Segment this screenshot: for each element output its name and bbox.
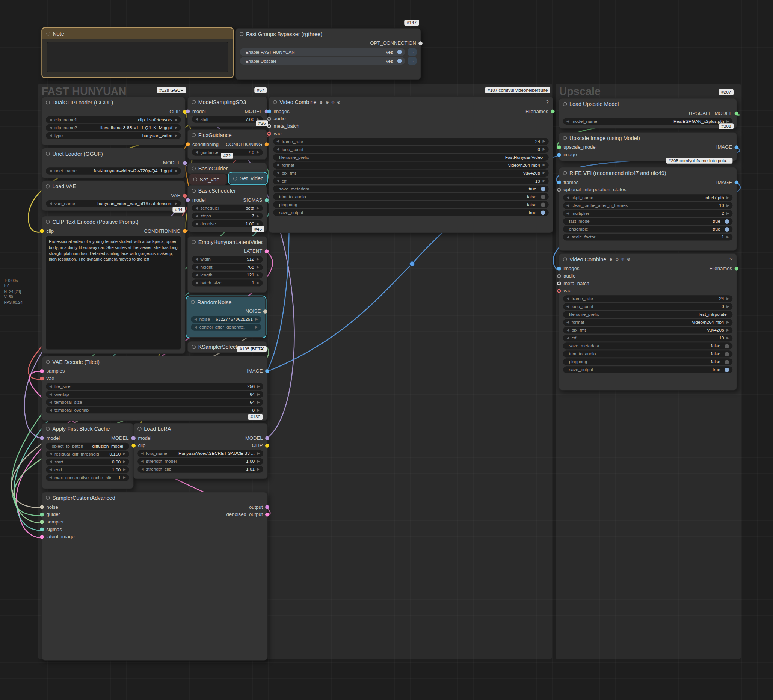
node-video-combine-fast[interactable]: Video Combine☻⊕Φ⊛?imagesFilenamesaudiome… xyxy=(268,96,553,233)
increment-arrow[interactable]: ▶ xyxy=(727,204,729,208)
output-slot-LATENT[interactable] xyxy=(265,249,269,253)
increment-arrow[interactable]: ▶ xyxy=(727,304,729,309)
input-slot-image[interactable] xyxy=(557,153,561,156)
node-clip-text-encode-positive[interactable]: CLIP Text Encode (Positive Prompt)clipCO… xyxy=(41,216,185,354)
input-slot-model[interactable] xyxy=(132,436,136,440)
widget-pix_fmt[interactable]: ◀pix_fmtyuv420p▶ xyxy=(563,327,733,334)
toggle-save_metadata[interactable]: save_metadatafalse xyxy=(563,342,733,349)
decrement-arrow[interactable]: ◀ xyxy=(49,118,52,122)
input-slot-images[interactable] xyxy=(267,109,271,113)
output-slot-CLIP[interactable] xyxy=(265,444,269,448)
widget-start[interactable]: ◀start0.00▶ xyxy=(46,458,129,465)
node-set-video[interactable]: Set_video xyxy=(229,173,267,184)
decrement-arrow[interactable]: ◀ xyxy=(566,320,569,324)
input-slot-optional_interpolation_states[interactable] xyxy=(557,187,561,192)
collapse-dot-icon[interactable] xyxy=(192,100,196,104)
input-slot-upscale_model[interactable] xyxy=(557,145,561,150)
input-slot-audio[interactable] xyxy=(557,274,561,278)
toggle-knob[interactable] xyxy=(725,359,729,364)
output-slot-OPT_CONNECTION[interactable] xyxy=(418,41,423,46)
collapse-dot-icon[interactable] xyxy=(563,257,567,261)
toggle-save_output[interactable]: save_outputtrue xyxy=(563,366,733,373)
increment-arrow[interactable]: ▶ xyxy=(543,171,545,175)
increment-arrow[interactable]: ▶ xyxy=(257,206,259,210)
mute-icon[interactable]: ⊛ xyxy=(627,257,630,261)
node-header[interactable]: ModelSamplingSD3 xyxy=(188,97,267,107)
increment-arrow[interactable]: ▶ xyxy=(257,150,259,154)
decrement-arrow[interactable]: ◀ xyxy=(276,171,279,175)
decrement-arrow[interactable]: ◀ xyxy=(195,117,198,121)
output-slot-IMAGE[interactable] xyxy=(735,145,739,150)
sync-icon[interactable]: ⊕ xyxy=(616,257,619,261)
increment-arrow[interactable]: ▶ xyxy=(123,476,126,480)
node-set-vae[interactable]: Set_vae xyxy=(189,174,227,186)
decrement-arrow[interactable]: ◀ xyxy=(566,304,569,309)
input-slot-vae[interactable] xyxy=(267,131,271,136)
widget-crf[interactable]: ◀crf19▶ xyxy=(563,335,733,341)
decrement-arrow[interactable]: ◀ xyxy=(49,134,52,138)
widget-unet_name[interactable]: ◀unet_namefast-hunyuan-video-t2v-720p-Q4… xyxy=(46,168,181,174)
widget-height[interactable]: ◀height768▶ xyxy=(192,264,263,270)
increment-arrow[interactable]: ▶ xyxy=(543,179,545,183)
widget-tile_size[interactable]: ◀tile_size256▶ xyxy=(46,383,263,390)
collapse-dot-icon[interactable] xyxy=(138,427,141,431)
increment-arrow[interactable]: ▶ xyxy=(175,134,177,138)
widget-overlap[interactable]: ◀overlap64▶ xyxy=(46,391,263,398)
output-slot-Filenames[interactable] xyxy=(551,109,555,113)
pause-icon[interactable]: Φ xyxy=(621,257,624,261)
increment-arrow[interactable]: ▶ xyxy=(257,265,259,269)
decrement-arrow[interactable]: ◀ xyxy=(566,297,569,301)
node-header[interactable]: SamplerCustomAdvanced xyxy=(42,492,267,503)
widget-clear_cache_after_n_frames[interactable]: ◀clear_cache_after_n_frames10▶ xyxy=(563,202,733,209)
node-header[interactable]: VAE Decode (Tiled) xyxy=(42,357,267,367)
increment-arrow[interactable]: ▶ xyxy=(257,273,259,277)
decrement-arrow[interactable]: ◀ xyxy=(195,150,198,154)
increment-arrow[interactable]: ▶ xyxy=(257,451,260,455)
increment-arrow[interactable]: ▶ xyxy=(727,120,729,123)
output-slot-VAE[interactable] xyxy=(183,194,187,197)
input-slot-meta_batch[interactable] xyxy=(557,281,561,286)
input-slot-audio[interactable] xyxy=(267,117,271,120)
widget-format[interactable]: ◀formatvideo/h264-mp4▶ xyxy=(563,319,733,325)
decrement-arrow[interactable]: ◀ xyxy=(141,459,143,463)
node-header[interactable]: BasicScheduler xyxy=(188,186,267,196)
input-slot-model[interactable] xyxy=(186,109,190,113)
input-slot-clip[interactable] xyxy=(40,229,44,233)
preview-icon[interactable]: ☻ xyxy=(609,257,613,261)
node-samplercustomadvanced[interactable]: SamplerCustomAdvancednoiseoutputguiderde… xyxy=(41,492,267,661)
widget-max_consecutive_cache_hits[interactable]: ◀max_consecutive_cache_hits-1▶ xyxy=(46,474,129,481)
decrement-arrow[interactable]: ◀ xyxy=(49,400,52,404)
increment-arrow[interactable]: ▶ xyxy=(727,336,729,340)
decrement-arrow[interactable]: ◀ xyxy=(195,273,198,277)
output-slot-SIGMAS[interactable] xyxy=(265,198,269,202)
collapse-dot-icon[interactable] xyxy=(46,31,50,36)
fast-mute-arrow-button[interactable]: → xyxy=(408,48,416,56)
input-slot-sampler[interactable] xyxy=(40,520,44,524)
decrement-arrow[interactable]: ◀ xyxy=(195,265,198,269)
node-basicscheduler[interactable]: BasicSchedulermodelSIGMAS◀schedulerbeta▶… xyxy=(187,185,267,232)
decrement-arrow[interactable]: ◀ xyxy=(141,451,143,455)
widget-multiplier[interactable]: ◀multiplier2▶ xyxy=(563,210,733,217)
help-icon[interactable]: ? xyxy=(546,99,549,105)
input-slot-conditioning[interactable] xyxy=(186,142,190,146)
collapse-dot-icon[interactable] xyxy=(46,184,50,189)
help-icon[interactable]: ? xyxy=(729,256,732,263)
node-unet-loader-gguf[interactable]: Unet Loader (GGUF)MODEL◀unet_namefast-hu… xyxy=(41,148,185,178)
decrement-arrow[interactable]: ◀ xyxy=(49,385,52,389)
input-slot-vae[interactable] xyxy=(557,288,561,292)
input-slot-frames[interactable] xyxy=(557,180,561,184)
node-upscale-image-using-model[interactable]: Upscale Image (using Model)upscale_model… xyxy=(559,132,737,161)
decrement-arrow[interactable]: ◀ xyxy=(49,452,52,456)
decrement-arrow[interactable]: ◀ xyxy=(276,139,279,143)
decrement-arrow[interactable]: ◀ xyxy=(49,202,52,206)
increment-arrow[interactable]: ▶ xyxy=(543,147,545,151)
input-slot-model[interactable] xyxy=(186,198,190,202)
decrement-arrow[interactable]: ◀ xyxy=(195,257,198,261)
toggle-fast_mode[interactable]: fast_modetrue xyxy=(563,218,733,225)
toggle-knob[interactable] xyxy=(725,219,729,223)
node-header[interactable]: Apply First Block Cache xyxy=(42,423,133,434)
collapse-dot-icon[interactable] xyxy=(192,240,196,244)
collapse-dot-icon[interactable] xyxy=(192,133,196,137)
widget-filename_prefix[interactable]: filename_prefixTest_intrpolate xyxy=(563,311,733,318)
node-header[interactable]: Set_vae xyxy=(189,174,227,185)
